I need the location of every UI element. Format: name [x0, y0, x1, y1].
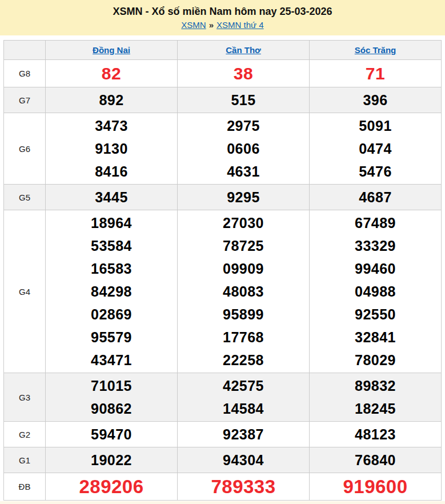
prize-cell: 289206 [46, 473, 178, 501]
prize-cell: 94304 [178, 447, 310, 473]
prize-number: 84298 [46, 280, 177, 303]
lottery-results-table: Đồng NaiCần ThơSóc Trăng G8823871G789251… [3, 40, 442, 501]
prize-label: G4 [4, 210, 46, 373]
province-link-1[interactable]: Cần Thơ [226, 45, 261, 55]
province-header: Cần Thơ [178, 41, 310, 60]
prize-number: 95579 [46, 326, 177, 349]
prize-label: G6 [4, 113, 46, 185]
prize-cell: 3445 [46, 185, 178, 210]
prize-number: 71015 [46, 374, 177, 397]
breadcrumb-link-xsmn[interactable]: XSMN [181, 20, 206, 30]
breadcrumb: XSMN»XSMN thứ 4 [5, 19, 440, 30]
prize-number: 78725 [178, 234, 309, 257]
prize-number: 92550 [310, 303, 441, 326]
prize-number: 3445 [46, 186, 177, 209]
prize-number: 48123 [310, 423, 441, 446]
prize-cell: 59470 [46, 422, 178, 447]
province-link-0[interactable]: Đồng Nai [93, 45, 130, 55]
prize-row-g2: G2594709238748123 [4, 422, 442, 447]
prize-cell: 67489333299946004988925503284178029 [310, 210, 442, 373]
prize-label: G3 [4, 373, 46, 422]
prize-number: 95899 [178, 303, 309, 326]
prize-number: 38 [178, 61, 309, 86]
prize-number: 8416 [46, 160, 177, 183]
prize-cell: 515 [178, 87, 310, 113]
prize-number: 2975 [178, 114, 309, 137]
prize-number: 94304 [178, 449, 309, 471]
prize-cell: 919600 [310, 473, 442, 501]
prize-cell: 789333 [178, 473, 310, 501]
prize-number: 289206 [46, 474, 177, 499]
prize-cell: 297506064631 [178, 113, 310, 185]
prize-number: 43471 [46, 349, 177, 371]
prize-number: 42575 [178, 374, 309, 397]
prize-label: G8 [4, 60, 46, 87]
prize-row-g3: G3710159086242575145848983218245 [4, 373, 442, 422]
prize-number: 892 [46, 89, 177, 111]
breadcrumb-link-xsmn-thu-4[interactable]: XSMN thứ 4 [217, 20, 264, 30]
prize-number: 515 [178, 89, 309, 111]
prize-number: 4631 [178, 160, 309, 183]
prize-number: 59470 [46, 423, 177, 446]
prize-label: G1 [4, 447, 46, 473]
prize-cell: 396 [310, 87, 442, 113]
prize-number: 27030 [178, 211, 309, 234]
prize-number: 90862 [46, 397, 177, 420]
prize-number: 09909 [178, 257, 309, 280]
prize-number: 76840 [310, 449, 441, 471]
prize-number: 67489 [310, 211, 441, 234]
prize-number: 99460 [310, 257, 441, 280]
prize-column-header [4, 41, 46, 60]
prize-cell: 82 [46, 60, 178, 87]
prize-number: 396 [310, 89, 441, 111]
prize-number: 19022 [46, 449, 177, 471]
prize-number: 48083 [178, 280, 309, 303]
prize-cell: 19022 [46, 447, 178, 473]
prize-number: 18964 [46, 211, 177, 234]
page-header: XSMN - Xổ số miền Nam hôm nay 25-03-2026… [0, 0, 445, 35]
prize-cell: 8983218245 [310, 373, 442, 422]
province-header: Sóc Trăng [310, 41, 442, 60]
prize-cell: 38 [178, 60, 310, 87]
prize-number: 789333 [178, 474, 309, 499]
prize-cell: 92387 [178, 422, 310, 447]
prize-cell: 4257514584 [178, 373, 310, 422]
prize-row-g8: G8823871 [4, 60, 442, 87]
breadcrumb-separator-icon: » [209, 20, 214, 30]
table-header-row: Đồng NaiCần ThơSóc Trăng [4, 41, 442, 60]
prize-number: 02869 [46, 303, 177, 326]
prize-number: 4687 [310, 186, 441, 209]
prize-number: 04988 [310, 280, 441, 303]
prize-number: 89832 [310, 374, 441, 397]
prize-number: 53584 [46, 234, 177, 257]
prize-number: 17768 [178, 326, 309, 349]
province-header: Đồng Nai [46, 41, 178, 60]
prize-row-g4: G418964535841658384298028699557943471270… [4, 210, 442, 373]
prize-cell: 892 [46, 87, 178, 113]
prize-row-g6: G6347391308416297506064631509104745476 [4, 113, 442, 185]
province-link-2[interactable]: Sóc Trăng [355, 45, 396, 55]
prize-number: 71 [310, 61, 441, 86]
prize-cell: 4687 [310, 185, 442, 210]
prize-row-g7: G7892515396 [4, 87, 442, 113]
prize-cell: 18964535841658384298028699557943471 [46, 210, 178, 373]
prize-number: 0606 [178, 137, 309, 160]
prize-number: 9130 [46, 137, 177, 160]
prize-cell: 48123 [310, 422, 442, 447]
prize-cell: 9295 [178, 185, 310, 210]
prize-number: 22258 [178, 349, 309, 371]
lotto-ball-strip [0, 501, 445, 504]
prize-row-g1: G1190229430476840 [4, 447, 442, 473]
prize-number: 18245 [310, 397, 441, 420]
prize-cell: 7101590862 [46, 373, 178, 422]
prize-number: 919600 [310, 474, 441, 499]
prize-number: 32841 [310, 326, 441, 349]
prize-cell: 347391308416 [46, 113, 178, 185]
prize-number: 14584 [178, 397, 309, 420]
prize-number: 16583 [46, 257, 177, 280]
prize-number: 0474 [310, 137, 441, 160]
prize-number: 78029 [310, 349, 441, 371]
prize-number: 5476 [310, 160, 441, 183]
prize-label: G2 [4, 422, 46, 447]
prize-number: 92387 [178, 423, 309, 446]
